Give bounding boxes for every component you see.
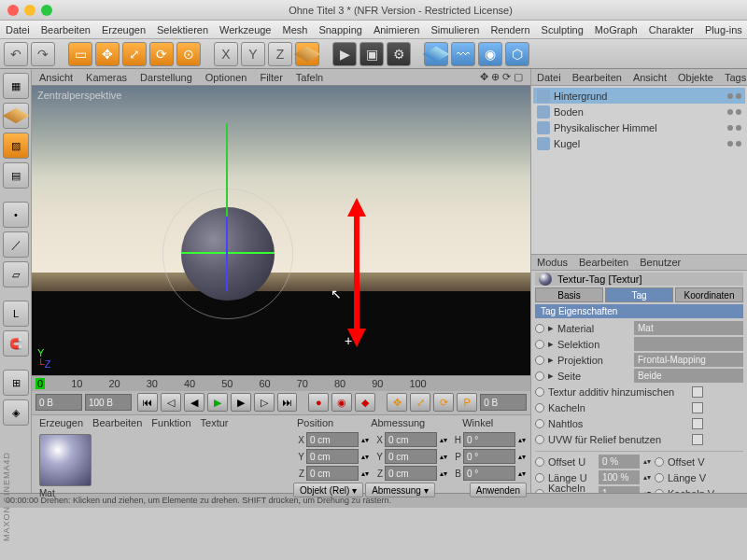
key-rot-button[interactable]: ⟳ [433, 393, 454, 412]
apply-button[interactable]: Anwenden [470, 483, 527, 497]
param-radio[interactable] [535, 324, 544, 333]
ang-field[interactable]: 0 ° [463, 449, 515, 464]
param-radio[interactable] [535, 340, 544, 349]
param-radio[interactable] [535, 435, 544, 444]
vtab-tafeln[interactable]: Tafeln [296, 72, 323, 83]
checkbox[interactable] [692, 386, 703, 398]
coord-system-button[interactable] [295, 42, 319, 66]
add-deformer-button[interactable]: ⬡ [505, 42, 529, 66]
ang-field[interactable]: 0 ° [463, 466, 515, 481]
attr-tab-tag[interactable]: Tag [605, 287, 673, 302]
material-thumbnail[interactable] [39, 434, 92, 486]
y-axis-button[interactable]: Y [241, 42, 265, 66]
key-param-button[interactable]: P [457, 393, 477, 412]
last-tool[interactable]: ⊙ [176, 42, 201, 66]
minimize-icon[interactable] [24, 5, 35, 16]
redo-button[interactable]: ↷ [31, 42, 55, 66]
menu-simulieren[interactable]: Simulieren [430, 24, 479, 35]
scale-tool[interactable]: ⤢ [122, 42, 147, 66]
object-tree[interactable]: HintergrundBodenPhysikalischer HimmelKug… [531, 86, 747, 254]
edge-mode-button[interactable]: ／ [3, 231, 29, 258]
menu-sculpting[interactable]: Sculpting [542, 24, 584, 35]
menu-erzeugen[interactable]: Erzeugen [102, 24, 146, 35]
menu-bearbeiten[interactable]: Bearbeiten [41, 24, 91, 35]
menu-rendern[interactable]: Rendern [490, 24, 529, 35]
vtab-kameras[interactable]: Kameras [86, 72, 127, 83]
mtab-erzeugen[interactable]: Erzeugen [39, 417, 83, 428]
object-row[interactable]: Boden [533, 104, 745, 119]
x-axis-button[interactable]: X [214, 42, 238, 66]
param-radio[interactable] [535, 419, 544, 428]
key-scale-button[interactable]: ⤢ [410, 393, 430, 412]
frame-end-field[interactable]: 100 B [85, 394, 132, 411]
next-key-button[interactable]: ▷ [254, 393, 275, 412]
attr-value-field[interactable]: Mat [634, 321, 743, 335]
render-pv-button[interactable]: ▣ [359, 42, 384, 66]
vtab-filter[interactable]: Filter [260, 72, 282, 83]
add-spline-button[interactable]: 〰 [451, 42, 475, 66]
key-pos-button[interactable]: ✥ [387, 393, 407, 412]
model-mode-button[interactable] [3, 103, 29, 129]
make-editable-button[interactable]: ▦ [3, 73, 29, 99]
object-row[interactable]: Kugel [533, 135, 745, 151]
pos-field[interactable]: 0 cm [306, 432, 359, 447]
mtab-textur[interactable]: Textur [201, 417, 229, 428]
attr-value-field[interactable]: 100 % [599, 470, 640, 484]
prev-key-button[interactable]: ◁ [161, 393, 181, 412]
timeline-ruler[interactable]: 0102030405060708090100 [32, 376, 530, 391]
select-tool[interactable]: ▭ [68, 42, 92, 66]
zoom-icon[interactable] [41, 5, 52, 16]
autokey-button[interactable]: ◉ [331, 393, 352, 412]
render-view-button[interactable]: ▶ [332, 42, 357, 66]
frame-start-field[interactable]: 0 B [35, 394, 82, 411]
record-button[interactable]: ● [308, 393, 329, 412]
menu-selektieren[interactable]: Selektieren [157, 24, 208, 35]
attr-value-field[interactable]: Frontal-Mapping [634, 353, 743, 367]
z-axis-handle[interactable] [226, 217, 228, 291]
viewport-solo-button[interactable]: ◈ [3, 399, 29, 426]
goto-start-button[interactable]: ⏮ [137, 393, 158, 412]
vtab-optionen[interactable]: Optionen [205, 72, 247, 83]
vtab-darstellung[interactable]: Darstellung [140, 72, 192, 83]
object-row[interactable]: Physikalischer Himmel [533, 119, 745, 135]
checkbox[interactable] [692, 418, 703, 429]
keyframe-button[interactable]: ◆ [355, 393, 375, 412]
vtab-ansicht[interactable]: Ansicht [39, 72, 73, 83]
menu-werkzeuge[interactable]: Werkzeuge [219, 24, 271, 35]
dim-field[interactable]: 0 cm [385, 449, 437, 464]
menu-plugins[interactable]: Plug-ins [705, 24, 742, 35]
x-axis-handle[interactable] [181, 252, 275, 254]
snap-button[interactable]: 🧲 [3, 330, 29, 357]
goto-end-button[interactable]: ⏭ [277, 393, 298, 412]
pos-field[interactable]: 0 cm [306, 449, 359, 464]
attr-value-field[interactable]: Beide [634, 369, 743, 383]
undo-button[interactable]: ↶ [4, 42, 28, 66]
pos-field[interactable]: 0 cm [306, 466, 359, 481]
object-row[interactable]: Hintergrund [533, 88, 745, 104]
param-radio[interactable] [535, 387, 544, 397]
add-generator-button[interactable]: ◉ [478, 42, 502, 66]
menu-animieren[interactable]: Animieren [374, 24, 420, 35]
attr-tab-basis[interactable]: Basis [535, 287, 603, 302]
menu-snapping[interactable]: Snapping [318, 24, 362, 35]
rotate-tool[interactable]: ⟳ [149, 42, 174, 66]
attr-value-field[interactable]: 0 % [599, 455, 640, 469]
attr-value-field[interactable] [634, 337, 743, 351]
param-radio[interactable] [535, 403, 544, 413]
prev-frame-button[interactable]: ◀ [184, 393, 204, 412]
viewport[interactable]: Zentralperspektive ↖ + Y └Z [32, 86, 530, 375]
workplane-button[interactable]: ▤ [3, 162, 29, 189]
move-tool[interactable]: ✥ [95, 42, 120, 66]
locked-button[interactable]: ⊞ [3, 370, 29, 396]
menu-datei[interactable]: Datei [6, 24, 30, 35]
sphere-object[interactable] [181, 207, 275, 301]
dim-field[interactable]: 0 cm [385, 466, 437, 481]
play-button[interactable]: ▶ [207, 393, 228, 412]
attr-value-field[interactable]: 1 [599, 486, 640, 493]
next-frame-button[interactable]: ▶ [231, 393, 251, 412]
checkbox[interactable] [692, 402, 703, 413]
mtab-bearbeiten[interactable]: Bearbeiten [92, 417, 142, 428]
dim-field[interactable]: 0 cm [385, 432, 437, 447]
texture-mode-button[interactable]: ▨ [3, 133, 29, 159]
close-icon[interactable] [7, 5, 19, 16]
